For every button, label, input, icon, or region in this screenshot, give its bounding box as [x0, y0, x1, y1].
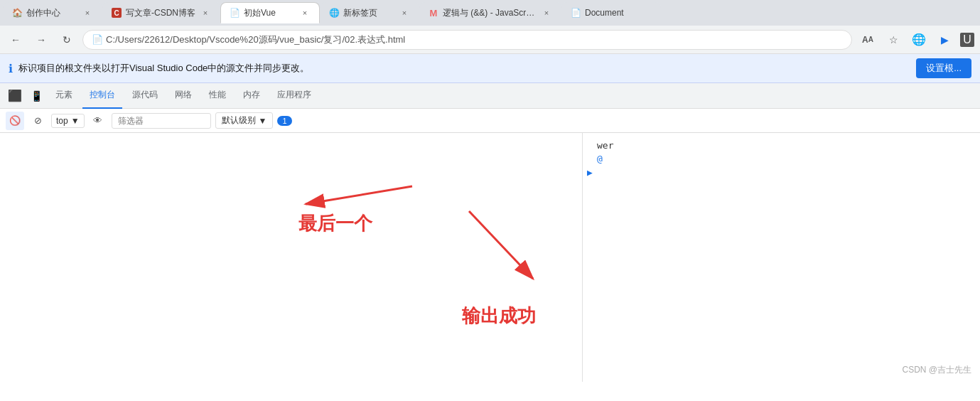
tab-label-mdn: 逻辑与 (&&) - JavaScript M... [443, 7, 537, 19]
level-label: 默认级别 [222, 114, 256, 127]
address-bar: ← → ↻ 📄 C:/Users/22612/Desktop/Vscode%20… [0, 26, 980, 54]
devtools-device-btn[interactable]: 📱 [27, 87, 45, 105]
console-line-3: ▶ [583, 166, 980, 179]
console-text-wer: wer [597, 140, 613, 151]
context-label: top [56, 116, 68, 126]
svg-line-2 [306, 186, 412, 204]
main-content: 最后一个 输出成功 wer @ ▶ CSDN @吉士先生 [0, 133, 980, 382]
console-line-1: wer [583, 139, 980, 152]
tab-doc[interactable]: 📄 Document [561, 2, 661, 23]
context-selector[interactable]: top ▼ [51, 114, 85, 128]
console-arrow: ▶ [587, 167, 593, 178]
font-size-icon[interactable]: AA [858, 30, 878, 50]
refresh-button[interactable]: ↻ [57, 30, 77, 50]
error-count-badge: 1 [277, 116, 291, 126]
tab-favicon-mdn: M [429, 8, 438, 18]
tab-label-chuangzuo: 创作中心 [26, 7, 77, 19]
devtools-tab-elements[interactable]: 元素 [48, 83, 80, 109]
csdn-watermark: CSDN @吉士先生 [902, 364, 971, 376]
notification-bar: ℹ 标识项目的根文件夹以打开Visual Studio Code中的源文件并同步… [0, 54, 980, 83]
tab-label-vue: 初始Vue [244, 7, 295, 19]
tab-favicon-newtab: 🌐 [329, 8, 339, 18]
devtools-tab-performance[interactable]: 性能 [202, 83, 233, 109]
devtools-tab-sources[interactable]: 源代码 [125, 83, 165, 109]
tab-close-mdn[interactable]: × [541, 7, 552, 18]
tab-vue[interactable]: 📄 初始Vue × [220, 2, 320, 23]
browser-window: 🏠 创作中心 × C 写文章-CSDN博客 × 📄 初始Vue × 🌐 新标签页… [0, 0, 980, 382]
webpage-panel: 最后一个 输出成功 [0, 133, 583, 382]
tab-favicon-chuangzuo: 🏠 [12, 8, 22, 18]
tab-close-csdn[interactable]: × [200, 7, 211, 18]
level-selector[interactable]: 默认级别 ▼ [215, 112, 274, 129]
more-icon[interactable]: U [960, 33, 974, 47]
eye-btn[interactable]: 👁 [89, 112, 107, 130]
devtools-header: ⬛ 📱 元素 控制台 源代码 网络 性能 内存 应用程序 [0, 83, 980, 109]
tab-close-vue[interactable]: × [299, 7, 311, 18]
devtools-tab-application[interactable]: 应用程序 [270, 83, 318, 109]
devtools-inspect-btn[interactable]: ⬛ [6, 87, 24, 105]
forward-button[interactable]: → [31, 30, 51, 50]
back-button[interactable]: ← [6, 30, 26, 50]
address-file-icon: 📄 [92, 34, 103, 45]
filter-input[interactable] [112, 113, 211, 129]
tab-favicon-vue: 📄 [230, 8, 239, 18]
annotation-label-1: 最后一个 [298, 211, 372, 236]
devtools-tab-console[interactable]: 控制台 [82, 83, 122, 109]
console-panel: wer @ ▶ [583, 133, 980, 382]
tab-csdn[interactable]: C 写文章-CSDN博客 × [102, 2, 220, 23]
tab-close-newtab[interactable]: × [399, 7, 410, 18]
tab-favicon-csdn: C [112, 8, 122, 18]
annotation-arrows [0, 133, 583, 382]
notification-text: 标识项目的根文件夹以打开Visual Studio Code中的源文件并同步更改… [18, 62, 309, 75]
console-line-2: @ [583, 152, 980, 166]
tab-label-newtab: 新标签页 [343, 7, 394, 19]
level-dropdown-icon: ▼ [259, 116, 267, 126]
tab-label-doc: Document [585, 8, 652, 18]
tab-bar: 🏠 创作中心 × C 写文章-CSDN博客 × 📄 初始Vue × 🌐 新标签页… [0, 0, 980, 26]
browser-right-actions: AA ☆ 🌐 ▶ U [858, 30, 974, 50]
svg-line-3 [469, 211, 533, 279]
info-icon: ℹ [9, 62, 13, 75]
settings-btn[interactable]: ⊘ [28, 112, 47, 130]
extensions-icon[interactable]: 🌐 [909, 30, 929, 50]
play-icon[interactable]: ▶ [935, 30, 954, 50]
tab-close-chuangzuo[interactable]: × [82, 7, 93, 18]
tab-favicon-doc: 📄 [571, 8, 581, 18]
tab-chuangzuo[interactable]: 🏠 创作中心 × [3, 2, 102, 23]
console-at-sign: @ [597, 154, 603, 164]
devtools-toolbar: 🚫 ⊘ top ▼ 👁 默认级别 ▼ 1 [0, 109, 980, 133]
address-input[interactable]: 📄 C:/Users/22612/Desktop/Vscode%20源码/vue… [82, 30, 852, 50]
address-text: C:/Users/22612/Desktop/Vscode%20源码/vue_b… [106, 33, 405, 46]
nav-actions: ← → ↻ [6, 30, 77, 50]
context-dropdown-icon: ▼ [71, 116, 80, 126]
devtools-tab-network[interactable]: 网络 [168, 83, 199, 109]
setup-root-button[interactable]: 设置根... [916, 58, 971, 78]
clear-console-btn[interactable]: 🚫 [6, 112, 24, 130]
favorites-icon[interactable]: ☆ [883, 30, 903, 50]
tab-label-csdn: 写文章-CSDN博客 [126, 7, 195, 19]
annotation-label-2: 输出成功 [462, 304, 536, 328]
tab-newtab[interactable]: 🌐 新标签页 × [320, 2, 419, 23]
tab-mdn[interactable]: M 逻辑与 (&&) - JavaScript M... × [419, 2, 561, 23]
console-area: wer @ ▶ [583, 133, 980, 185]
devtools-tab-memory[interactable]: 内存 [236, 83, 267, 109]
